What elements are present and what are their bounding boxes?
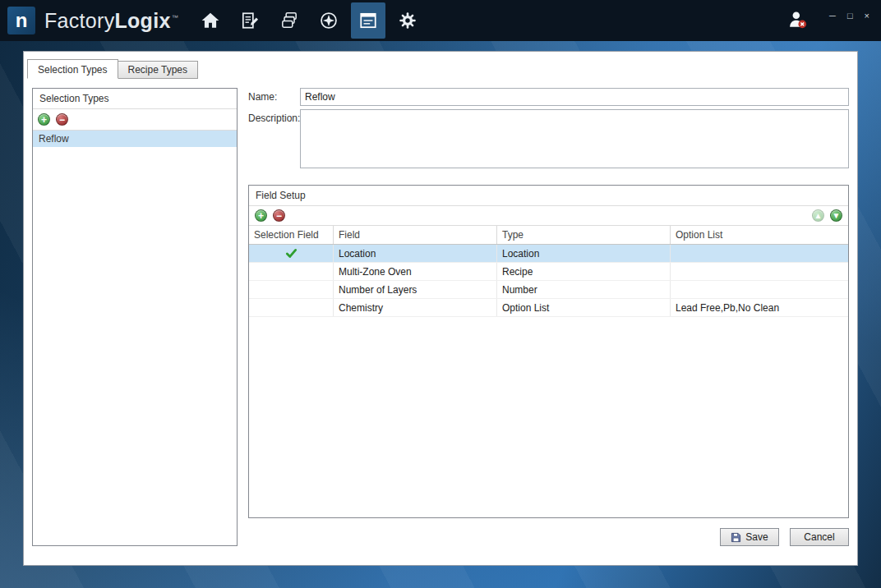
save-icon [731, 532, 741, 543]
save-button[interactable]: Save [720, 528, 779, 546]
list-item[interactable]: Reflow [33, 131, 237, 147]
titlebar: n FactoryLogix™ [0, 0, 881, 41]
field-table-header: Selection Field Field Type Option List [249, 226, 848, 245]
tabstrip: Selection Types Recipe Types [24, 52, 857, 77]
window-controls: ─ □ × [829, 10, 869, 21]
add-selection-type-icon[interactable]: + [38, 113, 50, 126]
table-cell [249, 299, 334, 316]
table-row[interactable]: Multi-Zone OvenRecipe [249, 263, 848, 281]
tab-selection-types[interactable]: Selection Types [27, 59, 118, 79]
add-field-icon[interactable]: + [255, 209, 267, 222]
remove-field-icon[interactable]: − [273, 209, 285, 222]
user-icon[interactable] [786, 9, 808, 33]
trademark: ™ [172, 14, 178, 21]
materials-icon[interactable] [272, 2, 307, 39]
table-cell: Number of Layers [334, 281, 497, 298]
table-cell: Number [497, 281, 671, 298]
app-title: FactoryLogix™ [44, 9, 178, 33]
selection-types-toolbar: + − [33, 109, 237, 131]
move-down-icon[interactable]: ▼ [830, 209, 842, 222]
close-button[interactable]: × [865, 10, 869, 21]
work-instructions-icon[interactable] [233, 2, 267, 39]
column-header-selection-field[interactable]: Selection Field [249, 226, 334, 244]
main-nav [193, 2, 425, 39]
name-input[interactable] [300, 88, 849, 106]
table-cell: Chemistry [334, 299, 497, 316]
table-cell [671, 245, 848, 262]
selection-types-list: Reflow [33, 131, 237, 545]
table-cell: Location [334, 245, 497, 262]
table-row[interactable]: LocationLocation [249, 245, 848, 263]
table-cell: Option List [497, 299, 671, 316]
field-table-rows: LocationLocationMulti-Zone OvenRecipeNum… [249, 245, 848, 317]
field-table-empty-area [249, 317, 848, 517]
column-header-field[interactable]: Field [334, 226, 497, 244]
home-icon[interactable] [193, 2, 228, 39]
field-setup-group: Field Setup + − ▲ ▼ Selection Field Fiel… [248, 185, 849, 518]
table-cell: Multi-Zone Oven [334, 263, 497, 280]
column-header-type[interactable]: Type [497, 226, 671, 244]
table-cell: Lead Free,Pb,No Clean [671, 299, 848, 316]
minimize-button[interactable]: ─ [829, 10, 836, 21]
column-header-option-list[interactable]: Option List [671, 226, 848, 244]
navigator-icon[interactable] [311, 2, 346, 39]
name-label: Name: [248, 88, 300, 106]
checkmark-icon [285, 247, 298, 260]
table-row[interactable]: ChemistryOption ListLead Free,Pb,No Clea… [249, 299, 848, 317]
table-cell [671, 263, 848, 280]
table-cell [249, 245, 334, 262]
cancel-button-label: Cancel [804, 531, 834, 543]
save-button-label: Save [745, 531, 768, 543]
tab-recipe-types[interactable]: Recipe Types [118, 61, 199, 79]
cancel-button[interactable]: Cancel [790, 528, 849, 546]
description-input[interactable] [300, 109, 849, 168]
selection-types-header: Selection Types [33, 89, 237, 109]
move-up-icon[interactable]: ▲ [812, 209, 824, 222]
table-cell [249, 263, 334, 280]
table-row[interactable]: Number of LayersNumber [249, 281, 848, 299]
app-logo: n [7, 7, 35, 34]
logo-letter: n [16, 9, 28, 32]
field-setup-header: Field Setup [249, 186, 848, 206]
maximize-button[interactable]: □ [847, 10, 853, 21]
table-cell: Location [497, 245, 671, 262]
selection-types-panel: Selection Types + − Reflow [32, 88, 238, 546]
description-label: Description: [248, 109, 300, 168]
table-cell [671, 281, 848, 298]
reports-icon[interactable] [351, 2, 385, 39]
table-cell [249, 281, 334, 298]
detail-panel: Name: Description: Field Setup + − ▲ ▼ [248, 88, 849, 546]
field-setup-toolbar: + − ▲ ▼ [249, 206, 848, 226]
table-cell: Recipe [497, 263, 671, 280]
footer-buttons: Save Cancel [248, 528, 849, 546]
settings-icon[interactable] [390, 2, 425, 39]
main-panel: Selection Types Recipe Types Selection T… [23, 51, 858, 566]
remove-selection-type-icon[interactable]: − [56, 113, 68, 126]
